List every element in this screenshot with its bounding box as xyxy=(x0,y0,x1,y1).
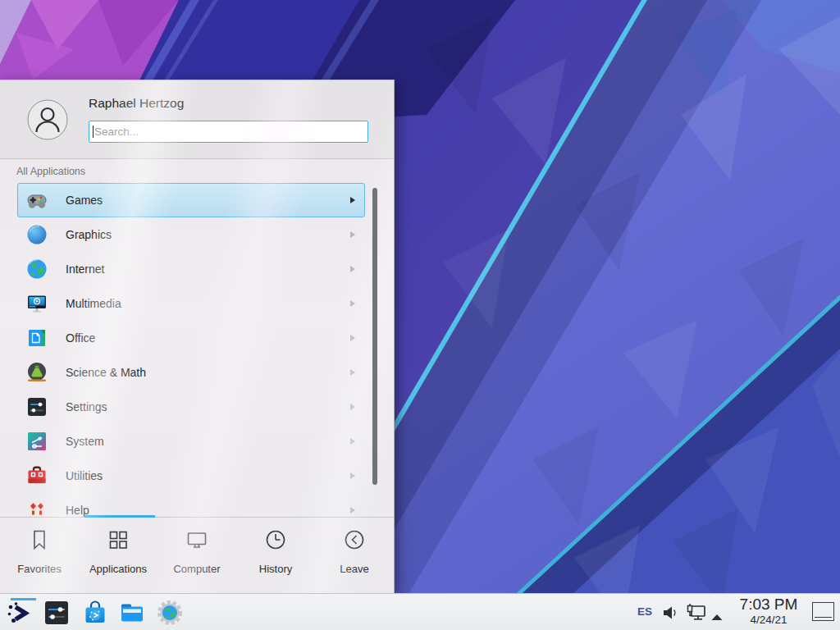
computer-icon xyxy=(185,527,209,555)
web-browser-button[interactable] xyxy=(156,599,184,627)
category-label: Internet xyxy=(66,262,104,276)
office-icon xyxy=(25,326,48,349)
chevron-right-icon xyxy=(350,231,355,238)
category-science-math[interactable]: Science & Math xyxy=(17,355,365,390)
network-icon[interactable] xyxy=(686,602,707,627)
chevron-right-icon xyxy=(350,335,355,341)
discover-button[interactable] xyxy=(81,599,109,627)
category-system[interactable]: System xyxy=(17,424,365,459)
games-icon xyxy=(25,189,48,212)
science-icon xyxy=(25,361,48,384)
text-cursor xyxy=(93,126,94,138)
tab-label: Favorites xyxy=(17,563,61,575)
application-launcher-panel: Raphael Hertzog Search... All Applicatio… xyxy=(0,80,395,593)
tab-label: Applications xyxy=(89,563,147,575)
category-label: Utilities xyxy=(66,469,103,482)
graphics-icon xyxy=(25,223,48,246)
category-help[interactable]: Help xyxy=(17,493,365,518)
settings-icon xyxy=(25,395,48,418)
category-games[interactable]: Games xyxy=(17,183,365,217)
user-avatar[interactable] xyxy=(27,99,68,140)
taskbar-panel: ES 7:03 PM 4/24/21 xyxy=(0,593,840,630)
launcher-tab-bar: Favorites Applications Computer xyxy=(0,517,394,593)
tab-label: Computer xyxy=(173,563,220,575)
chevron-right-icon xyxy=(350,300,355,307)
section-label: All Applications xyxy=(16,166,85,177)
history-icon xyxy=(263,527,288,555)
category-label: Games xyxy=(66,194,103,207)
category-office[interactable]: Office xyxy=(17,321,365,355)
utilities-icon xyxy=(25,464,48,487)
chevron-right-icon xyxy=(350,369,355,376)
launcher-category-list: All Applications Games xyxy=(0,160,394,518)
applications-icon xyxy=(106,527,130,555)
expand-tray-icon[interactable] xyxy=(710,609,724,624)
category-label: Office xyxy=(66,331,95,345)
tab-favorites[interactable]: Favorites xyxy=(0,518,79,593)
category-label: Settings xyxy=(66,400,107,413)
tab-computer[interactable]: Computer xyxy=(158,518,236,593)
launcher-active-indicator xyxy=(11,598,36,600)
category-label: Multimedia xyxy=(66,297,121,310)
clock-date: 4/24/21 xyxy=(731,614,806,627)
chevron-right-icon xyxy=(350,507,355,514)
kde-launcher-icon xyxy=(5,599,33,627)
tab-history[interactable]: History xyxy=(236,518,315,593)
category-utilities[interactable]: Utilities xyxy=(17,459,365,493)
chevron-right-icon xyxy=(350,472,355,479)
konqueror-globe-gear-icon xyxy=(156,599,184,627)
category-label: System xyxy=(66,435,104,448)
search-input[interactable]: Search... xyxy=(89,121,368,143)
category-internet[interactable]: Internet xyxy=(17,252,365,286)
application-launcher-button[interactable] xyxy=(5,599,33,627)
tab-applications[interactable]: Applications xyxy=(79,518,158,593)
category-graphics[interactable]: Graphics xyxy=(17,217,365,252)
keyboard-layout-indicator[interactable]: ES xyxy=(637,594,652,630)
discover-icon xyxy=(81,599,109,627)
tab-leave[interactable]: Leave xyxy=(315,518,394,593)
system-settings-icon xyxy=(43,599,71,627)
show-desktop-button[interactable] xyxy=(812,602,834,621)
category-label: Science & Math xyxy=(66,366,146,379)
category-multimedia[interactable]: Multimedia xyxy=(17,286,365,321)
category-label: Graphics xyxy=(66,228,112,241)
tab-label: History xyxy=(259,563,292,575)
file-manager-button[interactable] xyxy=(118,599,146,627)
chevron-right-icon xyxy=(350,404,355,410)
help-icon xyxy=(25,499,48,518)
dolphin-folder-icon xyxy=(118,599,146,627)
launcher-header: Raphael Hertzog Search... xyxy=(0,80,394,159)
clock-time: 7:03 PM xyxy=(731,596,806,614)
chevron-right-icon xyxy=(350,197,355,203)
digital-clock[interactable]: 7:03 PM 4/24/21 xyxy=(731,596,806,627)
search-placeholder: Search... xyxy=(94,126,139,138)
chevron-right-icon xyxy=(350,266,355,272)
list-scrollbar[interactable] xyxy=(372,188,377,485)
tab-label: Leave xyxy=(340,563,368,575)
system-icon xyxy=(25,430,48,453)
internet-icon xyxy=(25,258,48,281)
chevron-right-icon xyxy=(350,438,355,445)
active-tab-indicator xyxy=(84,515,155,518)
user-name: Raphael Hertzog xyxy=(89,96,184,111)
leave-icon xyxy=(342,527,367,555)
system-settings-button[interactable] xyxy=(43,599,71,627)
volume-icon[interactable] xyxy=(661,604,679,625)
category-settings[interactable]: Settings xyxy=(17,390,365,424)
favorites-icon xyxy=(27,527,52,555)
multimedia-icon xyxy=(25,292,48,315)
